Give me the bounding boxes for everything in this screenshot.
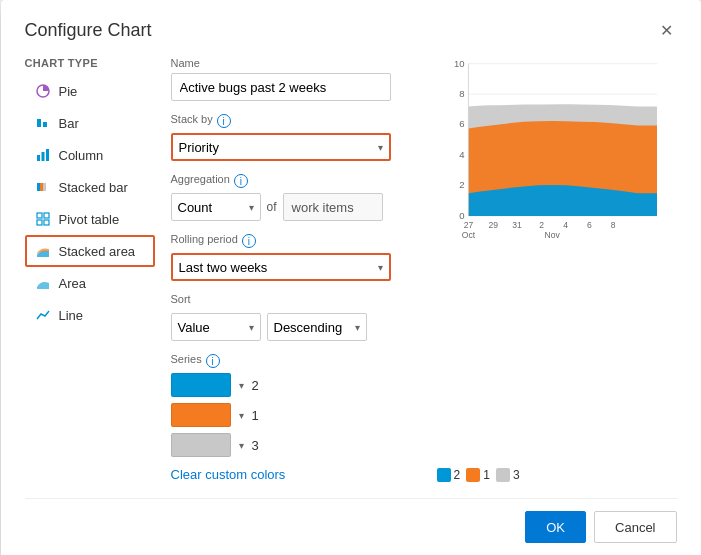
configure-chart-dialog: Configure Chart ✕ Chart Type Pie	[1, 0, 701, 555]
clear-colors-link[interactable]: Clear custom colors	[171, 467, 286, 482]
series-value-3: 3	[252, 438, 259, 453]
rolling-period-field-group: Rolling period i Last two weeks ▾	[171, 233, 421, 281]
svg-rect-9	[37, 213, 42, 218]
dialog-title: Configure Chart	[25, 20, 152, 41]
sort-label: Sort	[171, 293, 191, 305]
close-button[interactable]: ✕	[656, 21, 677, 41]
sort-order-select[interactable]: Descending ▾	[267, 313, 367, 341]
svg-text:27: 27	[463, 220, 473, 230]
sort-field-group: Sort Value ▾ Descending ▾	[171, 293, 421, 341]
stack-by-chevron: ▾	[378, 142, 383, 153]
chart-type-sidebar: Chart Type Pie Bar	[25, 57, 155, 482]
sidebar-item-stacked-bar[interactable]: Stacked bar	[25, 171, 155, 203]
aggregation-select[interactable]: Count ▾	[171, 193, 261, 221]
sidebar-label-area: Area	[59, 276, 86, 291]
work-items-label: work items	[292, 200, 354, 215]
series-value-2: 1	[252, 408, 259, 423]
svg-rect-2	[43, 122, 47, 127]
legend-item-3: 3	[496, 468, 520, 482]
sidebar-item-pie[interactable]: Pie	[25, 75, 155, 107]
svg-text:8: 8	[610, 220, 615, 230]
svg-text:10: 10	[454, 58, 465, 69]
pie-icon	[35, 83, 51, 99]
rolling-period-chevron: ▾	[378, 262, 383, 273]
legend-color-3	[496, 468, 510, 482]
sidebar-label-stacked-area: Stacked area	[59, 244, 136, 259]
stack-by-value: Priority	[179, 140, 219, 155]
svg-text:4: 4	[563, 220, 568, 230]
sidebar-label-pivot-table: Pivot table	[59, 212, 120, 227]
series-item-3: ▾ 3	[171, 433, 421, 457]
series-chevron-1[interactable]: ▾	[239, 380, 244, 391]
svg-rect-10	[44, 213, 49, 218]
sidebar-label-column: Column	[59, 148, 104, 163]
stack-by-label: Stack by	[171, 113, 213, 125]
rolling-period-select[interactable]: Last two weeks ▾	[171, 253, 391, 281]
stack-by-select[interactable]: Priority ▾	[171, 133, 391, 161]
legend-color-2	[466, 468, 480, 482]
legend-item-1: 2	[437, 468, 461, 482]
series-value-1: 2	[252, 378, 259, 393]
series-section: Series i ▾ 2 ▾ 1 ▾ 3 Clear	[171, 353, 421, 482]
svg-text:6: 6	[459, 118, 464, 129]
svg-rect-11	[37, 220, 42, 225]
series-item-1: ▾ 2	[171, 373, 421, 397]
sidebar-label-pie: Pie	[59, 84, 78, 99]
ok-button[interactable]: OK	[525, 511, 586, 543]
svg-text:31: 31	[512, 220, 522, 230]
series-color-2[interactable]	[171, 403, 231, 427]
rolling-period-label: Rolling period	[171, 233, 238, 245]
name-label: Name	[171, 57, 421, 69]
svg-text:8: 8	[459, 88, 464, 99]
series-color-3[interactable]	[171, 433, 231, 457]
dialog-body: Chart Type Pie Bar	[25, 57, 677, 482]
series-color-1[interactable]	[171, 373, 231, 397]
series-label: Series	[171, 353, 202, 365]
config-area: Name Stack by i Priority ▾ Aggregation i	[155, 57, 437, 482]
sort-order-chevron: ▾	[355, 322, 360, 333]
aggregation-field-group: Aggregation i Count ▾ of work items	[171, 173, 421, 221]
legend-label-3: 3	[513, 468, 520, 482]
sidebar-item-area[interactable]: Area	[25, 267, 155, 299]
dialog-header: Configure Chart ✕	[25, 20, 677, 41]
aggregation-info-icon[interactable]: i	[234, 174, 248, 188]
sidebar-label-bar: Bar	[59, 116, 79, 131]
aggregation-value: Count	[178, 200, 213, 215]
chart-svg: 10 8 6 4 2 0	[437, 57, 677, 257]
sidebar-label-stacked-bar: Stacked bar	[59, 180, 128, 195]
svg-text:4: 4	[459, 149, 465, 160]
chart-area: 10 8 6 4 2 0	[437, 57, 677, 482]
sidebar-item-stacked-area[interactable]: Stacked area	[25, 235, 155, 267]
svg-text:6: 6	[586, 220, 591, 230]
chart-type-label: Chart Type	[25, 57, 155, 69]
aggregation-label: Aggregation	[171, 173, 230, 185]
svg-rect-1	[37, 119, 41, 127]
line-icon	[35, 307, 51, 323]
svg-rect-8	[43, 183, 46, 191]
series-info-icon[interactable]: i	[206, 354, 220, 368]
sidebar-item-line[interactable]: Line	[25, 299, 155, 331]
cancel-button[interactable]: Cancel	[594, 511, 676, 543]
sort-order-value: Descending	[274, 320, 343, 335]
svg-rect-4	[41, 152, 44, 161]
name-field-group: Name	[171, 57, 421, 101]
sidebar-item-column[interactable]: Column	[25, 139, 155, 171]
rolling-period-info-icon[interactable]: i	[242, 234, 256, 248]
svg-rect-3	[37, 155, 40, 161]
series-chevron-3[interactable]: ▾	[239, 440, 244, 451]
svg-text:Nov: Nov	[544, 230, 560, 240]
sort-value-select[interactable]: Value ▾	[171, 313, 261, 341]
column-icon	[35, 147, 51, 163]
svg-text:29: 29	[488, 220, 498, 230]
name-input[interactable]	[171, 73, 391, 101]
stack-by-info-icon[interactable]: i	[217, 114, 231, 128]
series-chevron-2[interactable]: ▾	[239, 410, 244, 421]
stacked-area-icon	[35, 243, 51, 259]
bar-icon	[35, 115, 51, 131]
stack-by-field-group: Stack by i Priority ▾	[171, 113, 421, 161]
stacked-bar-icon	[35, 179, 51, 195]
sidebar-item-bar[interactable]: Bar	[25, 107, 155, 139]
sidebar-item-pivot-table[interactable]: Pivot table	[25, 203, 155, 235]
area-icon	[35, 275, 51, 291]
legend-item-2: 1	[466, 468, 490, 482]
